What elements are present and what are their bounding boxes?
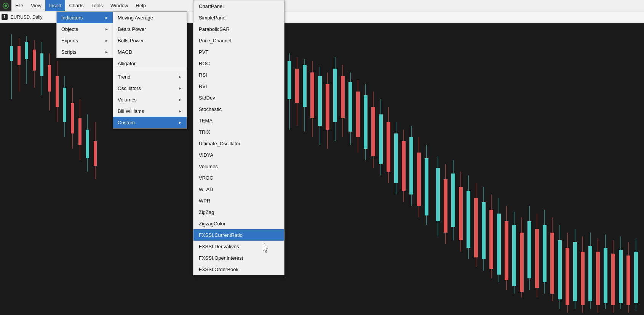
chart-area xyxy=(0,23,644,315)
menu-item-scripts[interactable]: Scripts ► xyxy=(57,46,113,58)
submenu-arrow-indicators: ► xyxy=(105,16,109,20)
svg-rect-13 xyxy=(48,65,51,92)
menu-charts[interactable]: Charts xyxy=(65,0,87,11)
svg-rect-61 xyxy=(417,153,421,206)
indicator-bulls-power[interactable]: Bulls Power xyxy=(113,35,187,46)
custom-volumes[interactable]: Volumes xyxy=(193,161,284,172)
custom-parabolicsar[interactable]: ParabolicSAR xyxy=(193,23,284,35)
custom-stochastic[interactable]: Stochastic xyxy=(193,103,284,115)
svg-rect-71 xyxy=(459,187,463,240)
indicator-trend[interactable]: Trend ► xyxy=(113,71,187,82)
svg-rect-111 xyxy=(611,254,615,305)
svg-rect-7 xyxy=(25,42,28,59)
svg-rect-117 xyxy=(634,252,638,303)
submenu-arrow-bill-williams: ► xyxy=(178,109,182,113)
custom-roc[interactable]: ROC xyxy=(193,58,284,69)
indicators-submenu: Moving Average Bears Power Bulls Power M… xyxy=(113,11,187,129)
svg-rect-91 xyxy=(535,229,539,288)
custom-fxssi-derivatives[interactable]: FXSSI.Derivatives xyxy=(193,241,284,252)
menu-help[interactable]: Help xyxy=(132,0,150,11)
menu-view[interactable]: View xyxy=(27,0,45,11)
custom-zigzag[interactable]: ZigZag xyxy=(193,206,284,218)
svg-rect-29 xyxy=(295,69,299,103)
indicator-macd[interactable]: MACD xyxy=(113,46,187,58)
svg-rect-31 xyxy=(303,65,307,107)
menu-item-objects[interactable]: Objects ► xyxy=(57,23,113,35)
submenu-arrow-objects: ► xyxy=(105,27,109,31)
custom-fxssi-order-book[interactable]: FXSSI.OrderBook xyxy=(193,264,284,275)
svg-rect-45 xyxy=(356,92,360,137)
svg-rect-95 xyxy=(550,233,554,294)
custom-fxssi-current-ratio[interactable]: FXSSI.CurrentRatio xyxy=(193,229,284,241)
svg-rect-5 xyxy=(18,46,21,65)
svg-rect-65 xyxy=(436,168,440,221)
custom-zigzag-color[interactable]: ZigzagColor xyxy=(193,218,284,229)
indicator-oscillators[interactable]: Oscillators ► xyxy=(113,82,187,94)
insert-menu: Indicators ► Objects ► Experts ► Scripts… xyxy=(56,11,113,58)
svg-rect-15 xyxy=(56,76,59,107)
svg-rect-113 xyxy=(619,250,623,303)
menu-item-indicators[interactable]: Indicators ► xyxy=(57,12,113,23)
svg-point-1 xyxy=(5,5,7,7)
svg-rect-107 xyxy=(596,252,600,305)
svg-rect-35 xyxy=(318,76,322,126)
svg-rect-109 xyxy=(604,248,607,303)
svg-rect-83 xyxy=(505,221,508,280)
submenu-arrow-volumes: ► xyxy=(178,98,182,102)
svg-rect-69 xyxy=(451,174,455,227)
submenu-arrow-scripts: ► xyxy=(105,50,109,54)
custom-ultimate-oscillator[interactable]: Ultimate_Oscillator xyxy=(193,138,284,149)
menu-window[interactable]: Window xyxy=(107,0,132,11)
svg-rect-73 xyxy=(467,191,470,248)
svg-rect-41 xyxy=(341,76,345,118)
custom-fxssi-open-interest[interactable]: FXSSI.OpenInterest xyxy=(193,252,284,264)
custom-rvi[interactable]: RVI xyxy=(193,80,284,92)
indicator-alligator[interactable]: Alligator xyxy=(113,58,187,69)
custom-w-ad[interactable]: W_AD xyxy=(193,183,284,195)
svg-rect-67 xyxy=(444,179,447,233)
svg-rect-9 xyxy=(33,50,36,71)
custom-vidya[interactable]: VIDYA xyxy=(193,149,284,161)
toolbar-badge: 1 xyxy=(2,14,8,20)
svg-rect-93 xyxy=(543,225,547,282)
indicator-moving-average[interactable]: Moving Average xyxy=(113,12,187,23)
svg-rect-43 xyxy=(348,82,352,132)
menu-file[interactable]: File xyxy=(11,0,27,11)
custom-pvt[interactable]: PVT xyxy=(193,46,284,58)
menu-tools[interactable]: Tools xyxy=(88,0,107,11)
svg-rect-81 xyxy=(497,214,501,275)
svg-rect-57 xyxy=(402,141,406,191)
indicator-custom[interactable]: Custom ► xyxy=(113,117,187,128)
svg-rect-97 xyxy=(558,240,562,299)
svg-rect-51 xyxy=(379,114,383,164)
submenu-arrow-custom: ► xyxy=(178,121,182,125)
svg-rect-105 xyxy=(588,246,592,301)
custom-stddev[interactable]: StdDev xyxy=(193,92,284,103)
menu-divider-1 xyxy=(113,70,187,70)
svg-rect-103 xyxy=(581,252,585,305)
custom-price-channel[interactable]: Price_Channel xyxy=(193,35,284,46)
indicator-bears-power[interactable]: Bears Power xyxy=(113,23,187,35)
svg-rect-115 xyxy=(626,256,630,305)
custom-tema[interactable]: TEMA xyxy=(193,115,284,126)
menu-item-experts[interactable]: Experts ► xyxy=(57,35,113,46)
custom-vroc[interactable]: VROC xyxy=(193,172,284,183)
svg-rect-63 xyxy=(425,158,428,215)
custom-simplepanel[interactable]: SimplePanel xyxy=(193,12,284,23)
indicator-volumes[interactable]: Volumes ► xyxy=(113,94,187,105)
svg-rect-75 xyxy=(474,198,478,257)
svg-rect-77 xyxy=(482,202,486,259)
custom-chartpanel[interactable]: ChartPanel xyxy=(193,0,284,12)
svg-rect-33 xyxy=(310,72,314,118)
custom-trix[interactable]: TRIX xyxy=(193,126,284,138)
custom-rsi[interactable]: RSI xyxy=(193,69,284,80)
svg-rect-59 xyxy=(409,137,413,194)
menu-bar: File View Insert Charts Tools Window Hel… xyxy=(0,0,644,11)
svg-rect-11 xyxy=(40,53,43,76)
custom-wpr[interactable]: WPR xyxy=(193,195,284,206)
menu-insert[interactable]: Insert xyxy=(45,0,66,11)
svg-rect-17 xyxy=(63,88,66,122)
indicator-bill-williams[interactable]: Bill Williams ► xyxy=(113,105,187,117)
svg-rect-23 xyxy=(86,130,89,158)
svg-rect-87 xyxy=(520,233,524,292)
